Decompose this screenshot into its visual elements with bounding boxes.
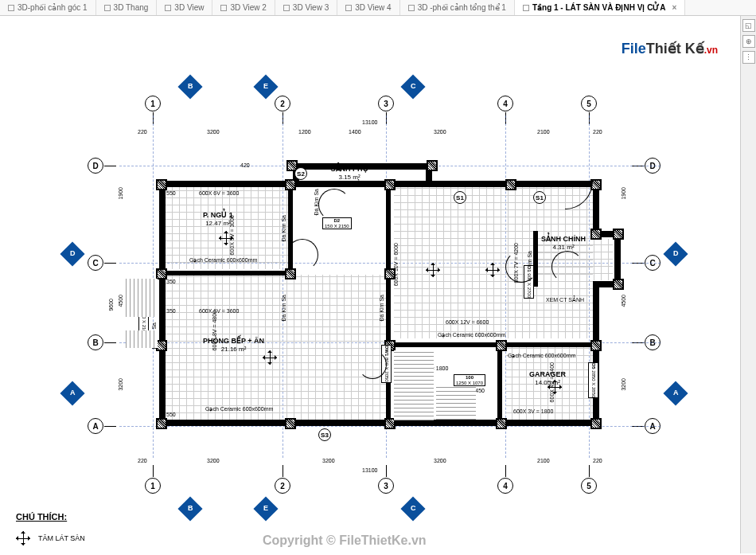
dim-text: 13100	[362, 467, 377, 473]
column	[590, 229, 602, 240]
tile-note: Đá Kim Sa	[379, 295, 384, 321]
dim-text: 550	[166, 412, 176, 417]
tile-dim: 600X 10V = 6000	[393, 243, 399, 286]
section-mark-s1: S1	[533, 191, 546, 204]
tile-dim: 600X 3V = 1800	[513, 408, 553, 414]
dim-text: 13100	[362, 119, 377, 125]
column	[613, 279, 624, 290]
wall	[159, 420, 601, 426]
right-toolbar: ◱ ⊕ ⋮	[740, 16, 756, 553]
window-tag-100: 1001250 X 1070	[454, 374, 485, 386]
dim-text: 3200	[118, 378, 123, 391]
tab-3d-thang[interactable]: 3D Thang	[96, 0, 158, 15]
door-swing	[505, 251, 537, 283]
dim-text: 1900	[621, 187, 626, 200]
dim-text: 3200	[434, 458, 446, 463]
wall	[497, 342, 599, 347]
wall	[159, 271, 293, 276]
tab-3d-view[interactable]: 3D View	[157, 0, 212, 15]
grid-bubble-a-left: A	[88, 418, 103, 434]
dim-text: 3200	[621, 378, 626, 391]
wall	[386, 342, 502, 347]
tab-tang1-latsan[interactable]: Tầng 1 - LÁT SÀN VÀ ĐỊNH VỊ CỬA×	[515, 0, 686, 15]
tool-nav-icon[interactable]: ⊕	[742, 35, 755, 48]
grid-bubble-3-bot: 3	[378, 478, 394, 494]
floor-plan: 1 2 3 4 5 1 2 3 4 5 D C B A D C B A B E …	[48, 64, 692, 518]
section-diamond-c-bot: C	[400, 496, 425, 521]
section-diamond-d-left: D	[60, 241, 84, 266]
tile-center-icon	[548, 380, 562, 394]
drawing-canvas[interactable]: FileThiết Kế.vn 1 2 3 4 5 1 2 3 4 5 D C …	[0, 16, 740, 553]
column	[285, 179, 296, 190]
dim-text: 220	[593, 129, 602, 135]
close-icon[interactable]: ×	[672, 3, 677, 12]
stair	[394, 350, 434, 420]
tile-hatch	[166, 275, 388, 420]
section-diamond-c-top: C	[400, 74, 425, 99]
column	[156, 179, 167, 190]
tab-3d-view2[interactable]: 3D View 2	[212, 0, 275, 15]
view-icon	[104, 5, 111, 11]
section-mark-s2: S2	[294, 167, 307, 180]
section-diamond-d-right: D	[663, 241, 688, 266]
brand-logo: FileThiết Kế.vn	[622, 40, 718, 57]
door-swing	[358, 350, 387, 379]
dim-text: 3200	[207, 129, 220, 135]
grid-bubble-d-left: D	[88, 158, 103, 174]
column	[156, 340, 167, 351]
grid-bubble-1-bot: 1	[145, 478, 161, 494]
dim-text: 4500	[118, 295, 123, 307]
room-label-sanhchinh: SẢNH CHÍNH4.31 m²	[541, 235, 586, 251]
section-diamond-e-bot: E	[253, 496, 278, 521]
tile-note: Gạch Ceramic 600x600mm	[205, 406, 273, 412]
grid-bubble-b-left: B	[88, 334, 103, 350]
section-diamond-a-right: A	[663, 381, 688, 405]
dim-text: 220	[138, 129, 147, 135]
tool-options-icon[interactable]: ⋮	[742, 51, 755, 64]
dim-text: 3200	[207, 458, 220, 463]
tile-center-icon	[16, 531, 30, 545]
view-tabs: 3D-phối cảnh góc 1 3D Thang 3D View 3D V…	[0, 0, 756, 16]
tab-3d-tongthe[interactable]: 3D -phối cảnh tổng thể 1	[400, 0, 515, 15]
tool-cube-icon[interactable]: ◱	[742, 19, 755, 32]
column	[613, 229, 624, 240]
tab-3d-view3[interactable]: 3D View 3	[275, 0, 337, 15]
dim-text: 220	[593, 458, 602, 463]
view-icon	[408, 5, 415, 11]
room-label-sanhphu: SẢNH PHỤ3.15 m²XEM CT SẢNH	[330, 165, 368, 188]
view-icon	[8, 5, 14, 11]
wall	[593, 281, 599, 426]
column	[285, 418, 296, 429]
dim-text: 2100	[537, 129, 550, 135]
tile-note: Đá Kim Sa	[281, 215, 286, 241]
tile-dim: 600X 6V = 3600	[199, 190, 239, 196]
dim-text: 9600	[108, 299, 114, 311]
dim-text: 350	[166, 279, 176, 284]
tile-note: Gạch Ceramic 600x600mm	[438, 332, 505, 338]
tile-center-icon	[263, 350, 277, 365]
door-tag-d5: D5 2850 X 2850	[588, 362, 598, 398]
grid-bubble-5-bot: 5	[581, 478, 597, 494]
tile-dim: 600X 8V = 4800	[212, 311, 217, 350]
grid-bubble-4-top: 4	[497, 96, 513, 111]
tile-note: Đá Kim Sa	[281, 295, 286, 321]
column	[496, 340, 507, 351]
tab-3d-goc1[interactable]: 3D-phối cảnh góc 1	[0, 0, 96, 15]
grid-bubble-2-bot: 2	[275, 478, 290, 494]
dim-text: 1400	[349, 129, 361, 135]
view-icon	[523, 5, 529, 11]
section-diamond-e-top: E	[253, 74, 278, 99]
wall	[159, 181, 166, 426]
dim-text: 1200	[298, 129, 311, 135]
tile-dim: 600X 6V = 3600	[199, 308, 239, 314]
view-icon	[345, 5, 352, 11]
tile-center-icon	[485, 263, 500, 277]
column	[590, 340, 602, 351]
column	[384, 179, 396, 190]
tab-3d-view4[interactable]: 3D View 4	[337, 0, 399, 15]
tile-center-icon	[426, 263, 440, 277]
watermark: Copyright © FileThietKe.vn	[263, 534, 427, 548]
stair	[436, 386, 476, 420]
dim-text: 3200	[434, 129, 446, 135]
section-diamond-b-bot: B	[177, 496, 202, 521]
